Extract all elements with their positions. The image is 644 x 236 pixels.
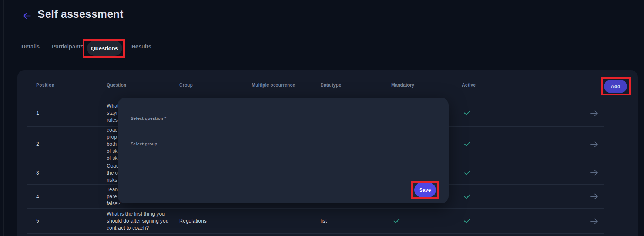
tab-participants[interactable]: Participants	[52, 34, 84, 59]
cell-data-type: list	[321, 218, 391, 225]
tab-bar: Details Participants Questions Results	[0, 34, 644, 59]
question-select-underline	[130, 132, 436, 132]
arrow-right-icon	[590, 193, 598, 199]
cell-active	[462, 111, 590, 115]
cell-position: 3	[27, 169, 107, 176]
table-header-row: Position Question Group Multiple occurre…	[27, 70, 604, 100]
column-header-active: Active	[462, 82, 590, 88]
column-header-multiple-occurrence: Multiple occurrence	[252, 82, 321, 88]
row-detail-arrow[interactable]	[590, 110, 604, 116]
tab-questions[interactable]: Questions	[87, 41, 122, 56]
add-button[interactable]: Add	[604, 80, 627, 93]
table-row[interactable]: 5 What is the first thing youshould do a…	[27, 209, 604, 234]
tab-results[interactable]: Results	[131, 34, 151, 59]
group-select-input[interactable]	[130, 146, 436, 156]
cell-active	[462, 219, 590, 223]
cell-question: What is the first thing youshould do aft…	[107, 210, 179, 232]
add-question-modal: Select question * Select group Save	[118, 98, 449, 203]
column-header-group: Group	[179, 82, 252, 88]
arrow-right-icon	[590, 218, 598, 224]
cell-position: 1	[27, 109, 107, 117]
column-header-question: Question	[107, 82, 179, 88]
check-icon	[464, 219, 590, 223]
arrow-right-icon	[590, 170, 598, 176]
row-detail-arrow[interactable]	[590, 170, 604, 176]
select-question-label: Select question *	[131, 116, 166, 121]
column-header-mandatory: Mandatory	[391, 82, 462, 88]
check-icon	[464, 142, 590, 146]
tabbar-divider	[3, 59, 641, 59]
cell-active	[462, 194, 590, 199]
modal-footer-divider	[122, 178, 444, 178]
check-icon	[464, 194, 590, 199]
row-detail-arrow[interactable]	[590, 141, 604, 147]
arrow-right-icon	[590, 110, 598, 116]
save-button[interactable]: Save	[414, 183, 436, 197]
question-select-input[interactable]	[130, 121, 436, 132]
row-detail-arrow[interactable]	[590, 193, 604, 199]
back-button[interactable]	[22, 11, 32, 21]
check-icon	[464, 111, 590, 115]
cell-active	[462, 171, 590, 175]
app-window: Self assessment Details Participants Que…	[0, 0, 644, 236]
arrow-left-icon	[23, 13, 31, 19]
page-title: Self assessment	[38, 8, 124, 20]
check-icon	[393, 219, 462, 223]
column-header-position: Position	[27, 82, 107, 88]
cell-active	[462, 142, 590, 146]
cell-mandatory	[391, 219, 462, 223]
row-detail-arrow[interactable]	[590, 218, 604, 224]
check-icon	[464, 171, 590, 175]
cell-position: 4	[27, 193, 107, 200]
tab-details[interactable]: Details	[21, 34, 40, 59]
cell-position: 5	[27, 218, 107, 225]
cell-position: 2	[27, 141, 107, 148]
page-header: Self assessment	[0, 0, 644, 34]
cell-group: Regulations	[179, 218, 252, 225]
arrow-right-icon	[590, 141, 598, 147]
group-select-underline	[130, 156, 436, 156]
column-header-data-type: Data type	[321, 82, 391, 88]
